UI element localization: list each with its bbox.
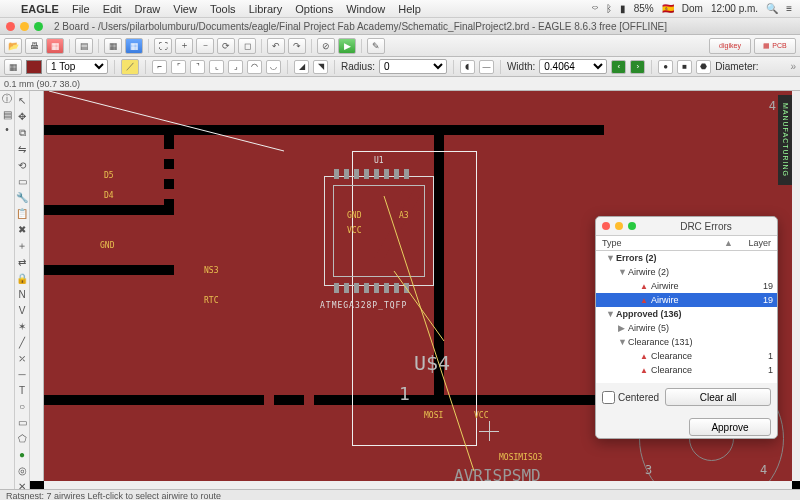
drc-col-type[interactable]: Type xyxy=(602,238,724,248)
menu-tools[interactable]: Tools xyxy=(210,3,236,15)
manufacturing-tab[interactable]: MANUFACTURING xyxy=(778,95,792,185)
move-tool[interactable]: ✥ xyxy=(16,111,28,122)
drc-row[interactable]: ▼Errors (2) xyxy=(596,251,777,265)
menu-file[interactable]: File xyxy=(72,3,90,15)
info-tool[interactable]: ⓘ xyxy=(1,93,13,105)
drc-row[interactable]: ▼Approved (136) xyxy=(596,307,777,321)
delete-tool[interactable]: ✖ xyxy=(16,224,28,235)
rotate-tool[interactable]: ⟲ xyxy=(16,160,28,171)
group-tool[interactable]: ▭ xyxy=(16,176,28,187)
bend-5-button[interactable]: ◠ xyxy=(247,60,262,74)
menu-help[interactable]: Help xyxy=(398,3,421,15)
notifications-icon[interactable]: ≡ xyxy=(786,3,792,14)
change-tool[interactable]: 🔧 xyxy=(16,192,28,203)
redo-button[interactable]: ↷ xyxy=(288,38,306,54)
zoom-out-button[interactable]: － xyxy=(196,38,214,54)
value-tool[interactable]: V xyxy=(16,305,28,316)
name-tool[interactable]: N xyxy=(16,289,28,300)
go-button[interactable]: ▶ xyxy=(338,38,356,54)
rect-tool[interactable]: ▭ xyxy=(16,417,28,428)
bend-2-button[interactable]: ⌝ xyxy=(190,60,205,74)
search-icon[interactable]: 🔍 xyxy=(766,3,778,14)
replace-tool[interactable]: ⇄ xyxy=(16,257,28,268)
zoom-in-button[interactable]: ＋ xyxy=(175,38,193,54)
miter-round-button[interactable]: ◥ xyxy=(313,60,328,74)
bend-0-button[interactable]: ⌐ xyxy=(152,60,167,74)
drc-centered-checkbox[interactable]: Centered xyxy=(602,391,659,404)
zoom-fit-button[interactable]: ⛶ xyxy=(154,38,172,54)
print-button[interactable]: 🖶 xyxy=(25,38,43,54)
drc-col-layer[interactable]: Layer xyxy=(733,238,771,248)
drc-row[interactable]: ▼Clearance (131) xyxy=(596,335,777,349)
drc-row[interactable]: ▲Airwire19 xyxy=(596,293,777,307)
drill-square-button[interactable]: ■ xyxy=(677,60,692,74)
drc-row[interactable]: ▲Clearance1 xyxy=(596,349,777,363)
open-button[interactable]: 📂 xyxy=(4,38,22,54)
bluetooth-icon[interactable]: ᛒ xyxy=(606,3,612,14)
app-menu[interactable]: EAGLE xyxy=(21,3,59,15)
bend-6-button[interactable]: ◡ xyxy=(266,60,281,74)
wire-tool[interactable]: ─ xyxy=(16,369,28,380)
battery-icon[interactable]: ▮ xyxy=(620,3,626,14)
drc-clear-all-button[interactable]: Clear all xyxy=(665,388,771,406)
poly-tool[interactable]: ⬠ xyxy=(16,433,28,444)
layer-select[interactable]: 1 Top xyxy=(46,59,108,74)
copy-tool[interactable]: ⧉ xyxy=(16,127,28,139)
mirror-tool[interactable]: ⇋ xyxy=(16,144,28,155)
width-minus-button[interactable]: ‹ xyxy=(611,60,626,74)
cancel-button[interactable]: ⊘ xyxy=(317,38,335,54)
ulp-button[interactable]: ✎ xyxy=(367,38,385,54)
menu-window[interactable]: Window xyxy=(346,3,385,15)
circle-tool[interactable]: ○ xyxy=(16,401,28,412)
menu-view[interactable]: View xyxy=(173,3,197,15)
zoom-window-button[interactable] xyxy=(34,22,43,31)
marker-tool[interactable]: • xyxy=(1,123,13,135)
close-window-button[interactable] xyxy=(6,22,15,31)
drc-zoom-button[interactable] xyxy=(628,222,636,230)
width-select[interactable]: 0.4064 xyxy=(539,59,607,74)
route-tool[interactable]: ╱ xyxy=(16,337,28,348)
drc-close-button[interactable] xyxy=(602,222,610,230)
radius-select[interactable]: 0 xyxy=(379,59,447,74)
menu-draw[interactable]: Draw xyxy=(135,3,161,15)
horizontal-scrollbar[interactable] xyxy=(44,481,792,489)
drc-row[interactable]: ▶Airwire (5) xyxy=(596,321,777,335)
layers-tool[interactable]: ▤ xyxy=(1,108,13,120)
via-tool[interactable]: ● xyxy=(16,449,28,460)
drill-oct-button[interactable]: ⬣ xyxy=(696,60,711,74)
smash-tool[interactable]: ✶ xyxy=(16,321,28,332)
wire-cap-button[interactable]: ◖ xyxy=(460,60,475,74)
lock-tool[interactable]: 🔒 xyxy=(16,273,28,284)
drc-list[interactable]: ▼Errors (2)▼Airwire (2)▲Airwire19▲Airwir… xyxy=(596,251,777,383)
bend-4-button[interactable]: ⌟ xyxy=(228,60,243,74)
vertical-scrollbar[interactable] xyxy=(792,91,800,481)
more-chevron-icon[interactable]: » xyxy=(790,61,796,72)
miter-button[interactable]: ◢ xyxy=(294,60,309,74)
hole-tool[interactable]: ◎ xyxy=(16,465,28,476)
drc-minimize-button[interactable] xyxy=(615,222,623,230)
menu-library[interactable]: Library xyxy=(249,3,283,15)
manufacturing-button[interactable]: ▦ xyxy=(125,38,143,54)
paste-tool[interactable]: 📋 xyxy=(16,208,28,219)
layer-color-swatch[interactable] xyxy=(26,60,42,74)
menu-options[interactable]: Options xyxy=(295,3,333,15)
digikey-button[interactable]: digikey xyxy=(709,38,751,54)
select-tool[interactable]: ↖ xyxy=(16,95,28,106)
menu-edit[interactable]: Edit xyxy=(103,3,122,15)
bend-3-button[interactable]: ⌞ xyxy=(209,60,224,74)
pcb-quote-button[interactable]: ▦ PCB xyxy=(754,38,796,54)
drc-approve-button[interactable]: Approve xyxy=(689,418,771,436)
zoom-select-button[interactable]: ◻ xyxy=(238,38,256,54)
minimize-window-button[interactable] xyxy=(20,22,29,31)
grid-button[interactable]: ▦ xyxy=(4,59,22,75)
cam-button[interactable]: ▦ xyxy=(46,38,64,54)
drc-row[interactable]: ▲Airwire19 xyxy=(596,279,777,293)
text-tool[interactable]: T xyxy=(16,385,28,396)
width-plus-button[interactable]: › xyxy=(630,60,645,74)
schematic-button[interactable]: ▤ xyxy=(75,38,93,54)
bend-1-button[interactable]: ⌜ xyxy=(171,60,186,74)
add-tool[interactable]: ＋ xyxy=(16,240,28,252)
drc-row[interactable]: ▲Clearance1 xyxy=(596,363,777,377)
style-continuous-button[interactable]: ／ xyxy=(121,59,139,75)
flag-icon[interactable]: 🇪🇸 xyxy=(662,3,674,14)
